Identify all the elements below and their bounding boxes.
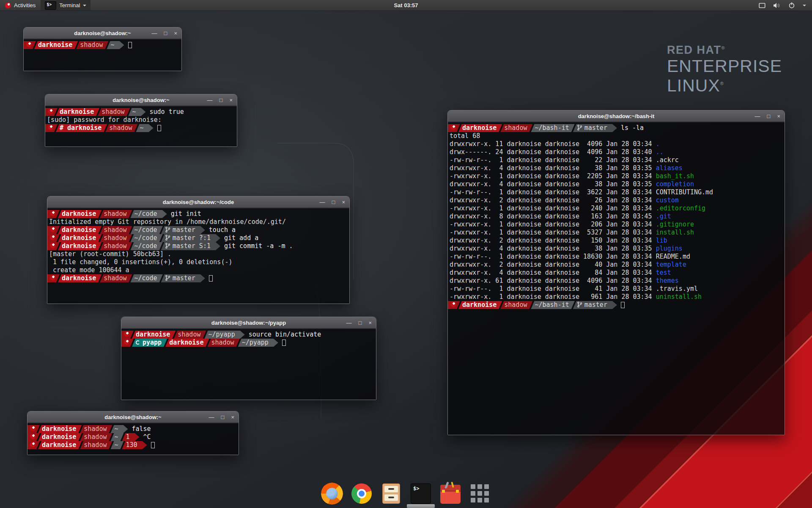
filename-text: bash_it.sh bbox=[656, 172, 694, 180]
command-text: git commit -a -m . bbox=[224, 242, 293, 250]
command-text: ls -la bbox=[621, 124, 644, 132]
filename-text: completion bbox=[656, 180, 694, 188]
terminal-window-term-home-1[interactable]: darknoise@shadow:~—□×darknoiseshadow~ bbox=[23, 27, 182, 71]
prompt-start-segment bbox=[45, 108, 58, 116]
prompt-segment-gray: ~/code bbox=[130, 274, 162, 282]
close-button[interactable]: × bbox=[777, 113, 780, 119]
decor bbox=[166, 275, 167, 276]
window-titlebar[interactable]: darknoise@shadow:~—□× bbox=[24, 28, 181, 39]
redhat-icon bbox=[450, 125, 456, 130]
decor bbox=[168, 244, 170, 245]
output-text: -rw-rw-r--. 1 darknoise darknoise 18630 … bbox=[448, 253, 690, 260]
minimize-button[interactable]: — bbox=[207, 97, 213, 103]
terminal-window-term-pyapp[interactable]: darknoise@shadow:~/pyapp—□×darknoiseshad… bbox=[121, 317, 376, 400]
terminal-body[interactable]: darknoiseshadow~ bbox=[24, 39, 181, 71]
maximize-button[interactable]: □ bbox=[164, 30, 167, 36]
maximize-button[interactable]: □ bbox=[767, 113, 771, 119]
maximize-button[interactable]: □ bbox=[221, 414, 225, 420]
close-button[interactable]: × bbox=[231, 414, 234, 420]
terminal-dock-icon[interactable] bbox=[410, 483, 432, 505]
prompt-segment-red: darknoise bbox=[132, 331, 176, 339]
redhat-icon bbox=[124, 331, 129, 337]
window-titlebar[interactable]: darknoise@shadow:~/pyapp—□× bbox=[121, 317, 376, 329]
rhel-logo: RED HAT® ENTERPRISE LINUX® bbox=[667, 44, 782, 96]
terminal-line: -rwxrwxr-x. 1 darknoise darknoise 240 Ja… bbox=[448, 204, 785, 213]
terminal-line: darknoiseshadow~130 bbox=[27, 441, 239, 449]
terminal-line: darknoiseshadow~ bbox=[24, 41, 181, 49]
terminal-line: darknoiseshadow~/codemastertouch a bbox=[47, 226, 349, 234]
minimize-button[interactable]: — bbox=[209, 414, 214, 420]
minimize-button[interactable]: — bbox=[755, 113, 760, 119]
prompt-start-segment bbox=[27, 441, 40, 449]
terminal-line: darknoiseshadow~/bash-itmaster bbox=[448, 301, 785, 309]
output-text: drwx------. 24 darknoise darknoise 4096 … bbox=[448, 148, 656, 156]
close-button[interactable]: × bbox=[174, 30, 177, 36]
terminal-window-term-bashit[interactable]: darknoise@shadow:~/bash-it—□×darknoisesh… bbox=[447, 110, 785, 435]
redhat-icon bbox=[48, 125, 53, 130]
close-button[interactable]: × bbox=[368, 320, 372, 326]
window-titlebar[interactable]: darknoise@shadow:~/code—□× bbox=[47, 196, 349, 208]
decor bbox=[166, 227, 167, 228]
decor bbox=[168, 236, 170, 237]
output-text: Initialized empty Git repository in /hom… bbox=[47, 218, 286, 226]
close-button[interactable]: × bbox=[229, 97, 233, 103]
system-status-area[interactable] bbox=[759, 0, 812, 11]
prompt-segment-red: darknoise bbox=[56, 108, 99, 116]
filename-text: test bbox=[656, 269, 671, 276]
firefox-dock-icon[interactable] bbox=[321, 483, 343, 505]
maximize-button[interactable]: □ bbox=[219, 97, 223, 103]
filename-text: template bbox=[656, 261, 686, 268]
terminal-cursor bbox=[282, 340, 286, 346]
terminal-body[interactable]: darknoiseshadow~/pyappsource bin/activat… bbox=[121, 329, 376, 400]
redhat-icon bbox=[50, 275, 55, 281]
window-titlebar[interactable]: darknoise@shadow:~/bash-it—□× bbox=[448, 110, 785, 122]
prompt-segment-red: darknoise bbox=[458, 124, 502, 132]
terminal-body[interactable]: darknoiseshadow~sudo true[sudo] password… bbox=[45, 106, 237, 146]
activities-button[interactable]: Activities bbox=[0, 0, 41, 11]
terminal-window-term-code[interactable]: darknoise@shadow:~/code—□×darknoiseshado… bbox=[47, 196, 350, 304]
terminal-body[interactable]: darknoiseshadow~/codegit initInitialized… bbox=[47, 208, 349, 304]
decor bbox=[471, 498, 475, 502]
minimize-button[interactable]: — bbox=[320, 199, 325, 205]
minimize-button[interactable]: — bbox=[152, 30, 157, 36]
terminal-line: total 68 bbox=[448, 132, 785, 140]
filename-text: aliases bbox=[656, 164, 683, 172]
window-title: darknoise@shadow:~/pyapp bbox=[121, 317, 376, 329]
output-text: [master (root-commit) 50bcb63] . bbox=[47, 250, 171, 258]
maximize-button[interactable]: □ bbox=[359, 320, 362, 326]
redhat-icon bbox=[450, 302, 456, 307]
toolbox-dock-icon[interactable] bbox=[439, 483, 461, 505]
redhat-icon bbox=[50, 243, 55, 248]
prompt-segment-red: darknoise bbox=[165, 339, 209, 347]
chrome-dock-icon[interactable] bbox=[351, 483, 373, 505]
terminal-body[interactable]: darknoiseshadow~falsedarknoiseshadow~1^C… bbox=[27, 423, 239, 455]
app-menu-label: Terminal bbox=[59, 2, 80, 8]
app-menu-terminal[interactable]: Terminal bbox=[41, 0, 91, 11]
prompt-start-segment bbox=[47, 210, 60, 218]
git-branch-icon bbox=[165, 235, 170, 241]
minimize-button[interactable]: — bbox=[346, 320, 352, 326]
terminal-body[interactable]: darknoiseshadow~/bash-itmasterls -latota… bbox=[448, 122, 785, 435]
registered-mark: ® bbox=[721, 45, 726, 50]
terminal-line: -rw-rw-r--. 1 darknoise darknoise 18630 … bbox=[448, 253, 785, 261]
close-button[interactable]: × bbox=[342, 199, 345, 205]
decor bbox=[384, 494, 398, 501]
terminal-line: -rwxrwxr-x. 1 darknoise darknoise 5327 J… bbox=[448, 229, 785, 237]
clock[interactable]: Sat 03:57 bbox=[394, 2, 418, 8]
window-titlebar[interactable]: darknoise@shadow:~—□× bbox=[45, 94, 237, 106]
decor bbox=[166, 243, 167, 244]
files-dock-icon[interactable] bbox=[380, 483, 402, 505]
terminal-cursor bbox=[209, 275, 213, 282]
output-text: drwxrwxr-x. 4 darknoise darknoise 84 Jan… bbox=[448, 269, 656, 276]
app-grid-dock-icon[interactable] bbox=[469, 483, 491, 505]
maximize-button[interactable]: □ bbox=[332, 199, 335, 205]
prompt-start-segment bbox=[27, 433, 40, 441]
terminal-line: 1 file changed, 0 insertions(+), 0 delet… bbox=[47, 258, 349, 266]
terminal-window-term-home-2[interactable]: darknoise@shadow:~—□×darknoiseshadow~sud… bbox=[45, 94, 237, 147]
decor bbox=[477, 498, 482, 502]
prompt-segment-gray: ~/code bbox=[130, 210, 167, 218]
terminal-window-term-home-3[interactable]: darknoise@shadow:~—□×darknoiseshadow~fal… bbox=[27, 411, 239, 455]
window-titlebar[interactable]: darknoise@shadow:~—□× bbox=[27, 411, 239, 423]
decor bbox=[477, 491, 482, 496]
prompt-segment-gray: ~/code bbox=[130, 234, 162, 242]
